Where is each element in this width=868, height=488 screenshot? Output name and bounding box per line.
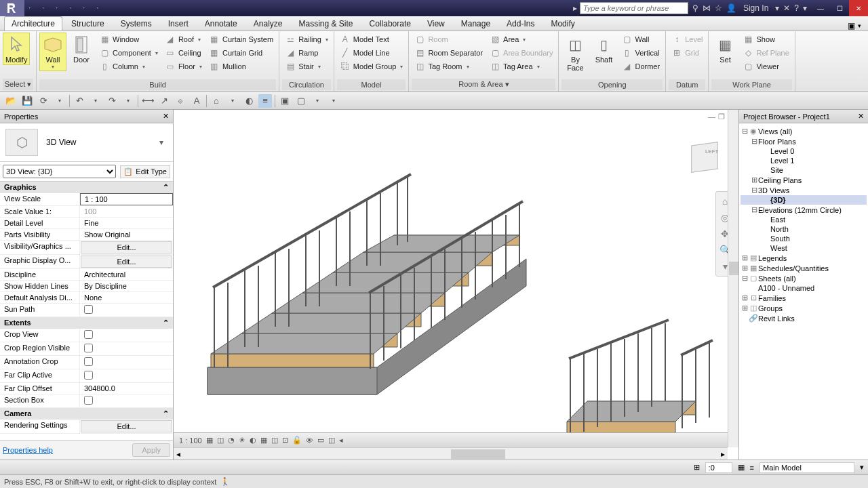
tree-site[interactable]: Site xyxy=(770,166,783,174)
vertical-button[interactable]: ▯Vertical xyxy=(618,46,663,60)
grid-button[interactable]: ⊞Grid xyxy=(669,46,705,60)
chevron-down-icon[interactable]: ▾ xyxy=(858,22,861,29)
component-button[interactable]: ▢Component▾ xyxy=(96,46,161,60)
section-box-checkbox[interactable] xyxy=(84,396,93,405)
level-button[interactable]: ↕Level xyxy=(669,33,705,46)
chevron-down-icon[interactable]: ▾ xyxy=(311,94,324,108)
show-button[interactable]: ▦Show xyxy=(740,33,791,46)
tab-analyze[interactable]: Analyze xyxy=(246,16,290,30)
comm-icon[interactable]: ⋈ xyxy=(703,3,711,13)
section-icon[interactable]: ◐ xyxy=(242,94,256,108)
tree-ceiling-plans[interactable]: Ceiling Plans xyxy=(758,176,802,184)
properties-help-link[interactable]: Properties help xyxy=(3,446,53,454)
crop-view-checkbox[interactable] xyxy=(84,330,93,339)
tag-room-button[interactable]: ◫Tag Room▾ xyxy=(412,60,486,73)
tree-sheet-a100[interactable]: A100 - Unnamed xyxy=(758,284,814,292)
expand-icon[interactable]: ⊞ xyxy=(741,253,749,262)
expand-icon[interactable]: ⊟ xyxy=(750,186,758,195)
qat-icon[interactable]: · xyxy=(96,3,107,14)
expand-icon[interactable]: ⊞ xyxy=(741,304,749,312)
tree-schedules[interactable]: Schedules/Quantities xyxy=(758,264,829,272)
scroll-left-icon[interactable]: ◂ xyxy=(176,449,180,459)
qat-icon[interactable]: · xyxy=(83,3,94,14)
chevron-down-icon[interactable]: ▾ xyxy=(155,138,167,147)
collapse-icon[interactable]: ⌃ xyxy=(163,183,169,192)
tree-groups[interactable]: Groups xyxy=(758,304,783,312)
model-line-button[interactable]: ╱Model Line xyxy=(337,46,406,60)
chevron-down-icon[interactable]: ▾ xyxy=(53,94,66,108)
tab-manage[interactable]: Manage xyxy=(454,16,498,30)
chevron-down-icon[interactable]: ▾ xyxy=(860,463,864,472)
expand-icon[interactable]: ⊟ xyxy=(741,127,749,136)
sun-path-checkbox[interactable] xyxy=(84,305,93,314)
reveal-icon[interactable]: ▭ xyxy=(317,436,324,445)
tree-sheets[interactable]: Sheets (all) xyxy=(758,274,796,283)
qat-icon[interactable]: · xyxy=(69,3,80,14)
stair-model[interactable] xyxy=(180,117,723,442)
far-clip-offset-value[interactable]: 304800.0 xyxy=(80,383,173,394)
ribbon-panel-icon[interactable]: ▣ xyxy=(848,21,855,30)
room-area-group-label[interactable]: Room & Area ▾ xyxy=(412,79,555,90)
horizontal-scrollbar[interactable]: ◂▸ xyxy=(174,447,728,460)
workset-icon[interactable]: ⊞ xyxy=(694,463,700,472)
chevron-down-icon[interactable]: ▾ xyxy=(121,94,135,108)
crop-region-checkbox[interactable] xyxy=(84,344,93,352)
undo-icon[interactable]: ↶ xyxy=(73,94,86,108)
door-button[interactable]: Door xyxy=(68,33,95,65)
text-icon[interactable]: A xyxy=(190,94,203,108)
annotation-crop-checkbox[interactable] xyxy=(84,357,93,366)
tree-south[interactable]: South xyxy=(770,235,790,243)
close-view-icon[interactable]: ▣ xyxy=(278,94,292,108)
base-icon[interactable]: ≡ xyxy=(750,464,754,472)
wall-button[interactable]: Wall ▾ xyxy=(39,33,66,71)
customize-icon[interactable]: ▾ xyxy=(327,94,340,108)
sign-in-link[interactable]: Sign In xyxy=(741,3,771,13)
select-group-label[interactable]: Select ▾ xyxy=(3,79,33,90)
show-hidden-value[interactable]: By Discipline xyxy=(80,281,173,291)
collapse-icon[interactable]: ⌃ xyxy=(163,319,169,327)
window-button[interactable]: ▦Window xyxy=(96,33,161,46)
chevron-down-icon[interactable]: ▾ xyxy=(723,261,728,272)
chevron-down-icon[interactable]: ▾ xyxy=(226,94,239,108)
dim-icon[interactable]: ⟐ xyxy=(174,94,187,108)
lock-icon[interactable]: 🔓 xyxy=(292,436,302,445)
crop-region-icon[interactable]: ⊡ xyxy=(282,436,288,445)
expand-icon[interactable]: ⊟ xyxy=(750,137,758,146)
expand-icon[interactable]: ⊞ xyxy=(741,264,749,272)
qat-icon[interactable]: · xyxy=(56,3,66,14)
column-button[interactable]: ▯Column▾ xyxy=(96,60,161,73)
maximize-button[interactable]: ☐ xyxy=(830,0,849,16)
tree-legends[interactable]: Legends xyxy=(758,254,787,262)
tab-addins[interactable]: Add-Ins xyxy=(499,16,542,30)
tree-floor-plans[interactable]: Floor Plans xyxy=(758,138,796,146)
mullion-button[interactable]: ▥Mullion xyxy=(206,60,276,73)
tree-families[interactable]: Families xyxy=(758,294,786,302)
vertical-scrollbar[interactable] xyxy=(728,110,738,447)
tab-massing-site[interactable]: Massing & Site xyxy=(292,16,361,30)
redo-icon[interactable]: ↷ xyxy=(105,94,119,108)
curtain-grid-button[interactable]: ▦Curtain Grid xyxy=(206,46,276,60)
tree-3d-active[interactable]: {3D} xyxy=(770,196,786,204)
ref-plane-button[interactable]: ◇Ref Plane xyxy=(740,46,791,60)
stair-button[interactable]: ▤Stair▾ xyxy=(282,60,331,73)
close-icon[interactable]: ✕ xyxy=(858,112,864,121)
tree-level0[interactable]: Level 0 xyxy=(770,147,794,155)
chevron-down-icon[interactable]: ▾ xyxy=(775,3,779,13)
shadow-icon[interactable]: ◐ xyxy=(250,436,256,445)
scroll-right-icon[interactable]: ▸ xyxy=(721,449,725,459)
railing-button[interactable]: ⚍Railing▾ xyxy=(282,33,331,46)
close-button[interactable]: ✕ xyxy=(849,0,868,16)
qat-icon[interactable]: · xyxy=(42,3,53,14)
tab-collaborate[interactable]: Collaborate xyxy=(362,16,418,30)
vis-graphics-button[interactable]: Edit... xyxy=(81,241,172,253)
tab-modify[interactable]: Modify xyxy=(543,16,582,30)
model-icon[interactable]: ▦ xyxy=(738,463,745,472)
graphic-display-button[interactable]: Edit... xyxy=(81,256,172,268)
tree-elevations[interactable]: Elevations (12mm Circle) xyxy=(758,206,842,214)
search-input[interactable] xyxy=(580,2,688,14)
temp-hide-icon[interactable]: 👁 xyxy=(306,436,313,445)
save-icon[interactable]: 💾 xyxy=(20,94,34,108)
instance-selector[interactable]: 3D View: {3D} xyxy=(3,165,116,178)
open-icon[interactable]: 📂 xyxy=(4,94,18,108)
discipline-value[interactable]: Architectural xyxy=(80,269,173,280)
